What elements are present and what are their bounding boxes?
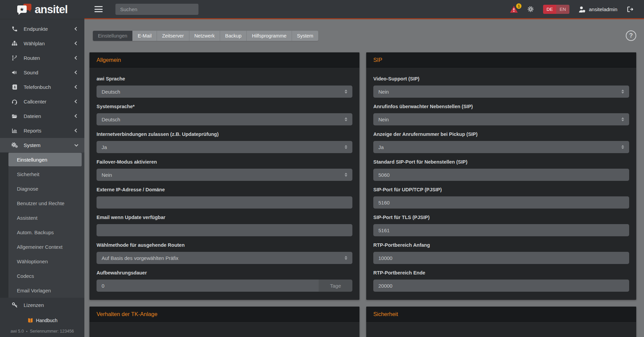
lang-en-button[interactable]: EN (556, 5, 569, 14)
sidebar-item-lizenzen[interactable]: Lizenzen (0, 298, 84, 312)
field-rtp-anfang: RTP-Portbereich Anfang (373, 242, 629, 264)
panel-title-verhalten: Verhalten der TK-Anlage (97, 311, 157, 317)
product-version: awi 5.0 (10, 329, 24, 334)
select-arrows-icon (345, 256, 347, 260)
submenu-item-sicherheit[interactable]: Sicherheit (0, 167, 84, 182)
submenu-item-waehloptionen[interactable]: Wähloptionen (0, 254, 84, 269)
sidebar-item-endpunkte[interactable]: Endpunkte (0, 22, 84, 36)
panel-allgemein: Allgemein awi Sprache Deutsch Systemspra… (89, 52, 359, 300)
tab-zeitserver[interactable]: Zeitserver (157, 31, 189, 41)
rtp-anfang-input[interactable] (373, 252, 629, 264)
field-waehlmethode: Wählmethode für ausgehende Routen Auf Ba… (97, 242, 352, 264)
sidebar-item-sound[interactable]: Sound (0, 65, 84, 80)
aufbewahrungsdauer-input[interactable] (97, 280, 319, 292)
awi-sprache-select[interactable]: Deutsch (97, 86, 352, 98)
sidebar-item-dateien[interactable]: Dateien (0, 109, 84, 123)
user-shield-icon (578, 6, 586, 13)
version-line: awi 5.0 • Seriennummer: 123456 (0, 329, 84, 334)
field-anzeige-pickup: Anzeige der Anrufernummer bei Pickup (SI… (373, 131, 629, 153)
anrufinfos-select[interactable]: Nein (373, 113, 629, 125)
field-awi-sprache: awi Sprache Deutsch (97, 76, 352, 98)
sidebar-item-routen[interactable]: Routen (0, 51, 84, 65)
search-input[interactable] (115, 4, 198, 15)
field-email-update: Email wenn Update verfügbar (97, 215, 352, 236)
sip-port-udp-tcp-input[interactable] (373, 196, 629, 209)
standard-sip-port-input[interactable] (373, 169, 629, 181)
volume-icon (10, 69, 19, 76)
systemsprache-select[interactable]: Deutsch (97, 113, 352, 125)
handbuch-label: Handbuch (36, 318, 58, 323)
chevron-left-icon (74, 42, 78, 46)
failover-modus-select[interactable]: Nein (97, 169, 352, 181)
user-menu[interactable]: ansiteladmin (578, 6, 617, 13)
field-systemsprache: Systemsprache* Deutsch (97, 104, 352, 125)
logout-icon[interactable] (626, 6, 634, 13)
sitemap-icon (10, 40, 19, 47)
help-question-icon[interactable] (626, 30, 636, 41)
field-externe-ip: Externe IP-Adresse / Domäne (97, 187, 352, 209)
brand-logo[interactable]: ansitel (0, 0, 84, 19)
submenu-item-email-vorlagen[interactable]: Email Vorlagen (0, 283, 84, 298)
field-rtp-ende: RTP-Portbereich Ende (373, 270, 629, 292)
email-update-input[interactable] (97, 224, 352, 236)
select-arrows-icon (621, 117, 624, 122)
tab-einstellungen[interactable]: Einstellungen (93, 31, 133, 41)
bar-chart-icon (10, 127, 19, 134)
field-internetverbindungen: Internetverbindungen zulassen (z.B. Upda… (97, 131, 352, 153)
select-arrows-icon (345, 145, 347, 149)
panel-grid: Allgemein awi Sprache Deutsch Systemspra… (89, 52, 636, 337)
headset-icon (10, 98, 19, 105)
chevron-left-icon (74, 114, 78, 118)
tab-backup[interactable]: Backup (220, 31, 247, 41)
sidebar-item-reports[interactable]: Reports (0, 123, 84, 138)
submenu-item-allgemeiner-context[interactable]: Allgemeiner Context (0, 240, 84, 254)
separator-dot: • (26, 329, 28, 333)
internetverbindungen-select[interactable]: Ja (97, 141, 352, 153)
tab-system[interactable]: System (292, 31, 318, 41)
submenu-item-autom-backups[interactable]: Autom. Backups (0, 225, 84, 240)
alert-warning-button[interactable]: 1 (510, 5, 518, 13)
submenu-item-assistent[interactable]: Assistent (0, 211, 84, 225)
language-switcher: DE EN (543, 5, 569, 14)
chevron-down-icon (74, 143, 78, 147)
sidebar-item-telefonbuch[interactable]: Telefonbuch (0, 80, 84, 94)
sidebar-item-callcenter[interactable]: Callcenter (0, 94, 84, 109)
app-root: ansitel Endpunkte Wählplan (0, 0, 644, 337)
panel-title-allgemein: Allgemein (97, 57, 121, 63)
waehlmethode-select[interactable]: Auf Basis des vorgewählten Präfix (97, 252, 352, 264)
tab-netzwerk[interactable]: Netzwerk (189, 31, 220, 41)
panel-title-sicherheit: Sicherheit (373, 311, 398, 317)
select-arrows-icon (621, 90, 624, 94)
rtp-ende-input[interactable] (373, 280, 629, 292)
video-support-select[interactable]: Nein (373, 86, 629, 98)
chevron-left-icon (74, 56, 78, 60)
gears-icon (10, 142, 19, 149)
externe-ip-input[interactable] (97, 196, 352, 209)
alert-count-badge: 1 (516, 3, 521, 9)
sip-port-tls-input[interactable] (373, 224, 629, 236)
submenu-item-einstellungen[interactable]: Einstellungen (8, 153, 82, 166)
field-sip-port-udp-tcp: SIP-Port für UDP/TCP (PJSIP) (373, 187, 629, 209)
sidebar-item-system[interactable]: System (0, 138, 84, 152)
submenu-item-codecs[interactable]: Codecs (0, 269, 84, 283)
panel-title-sip: SIP (373, 57, 382, 63)
chevron-left-icon (74, 129, 78, 133)
tage-addon: Tage (319, 280, 352, 292)
book-icon (27, 317, 34, 323)
username-label: ansiteladmin (589, 6, 617, 12)
handbuch-link[interactable]: Handbuch (0, 317, 84, 323)
sidebar-item-waehlplan[interactable]: Wählplan (0, 36, 84, 51)
tab-hilfsprogramme[interactable]: Hilfsprogramme (247, 31, 292, 41)
chevron-left-icon (74, 27, 78, 31)
submenu-item-benutzer-und-rechte[interactable]: Benutzer und Rechte (0, 196, 84, 211)
lang-de-button[interactable]: DE (543, 5, 556, 14)
tab-email[interactable]: E-Mail (133, 31, 157, 41)
submenu-item-diagnose[interactable]: Diagnose (0, 182, 84, 196)
settings-gear-button[interactable] (527, 5, 534, 13)
field-video-support: Video-Support (SIP) Nein (373, 76, 629, 98)
folder-open-icon (10, 113, 19, 119)
anzeige-pickup-select[interactable]: Ja (373, 141, 629, 153)
hamburger-menu-icon[interactable] (95, 6, 103, 12)
sidebar: ansitel Endpunkte Wählplan (0, 0, 84, 337)
field-standard-sip-port: Standard SIP-Port für Nebenstellen (SIP) (373, 159, 629, 181)
